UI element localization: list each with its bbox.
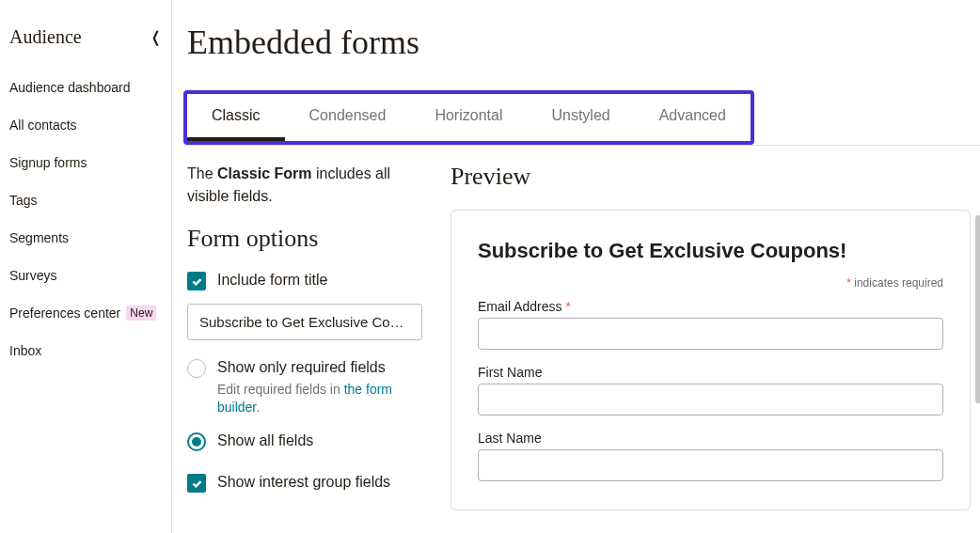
main-content: Embedded forms Classic Condensed Horizon… xyxy=(172,0,980,533)
firstname-field-label: First Name xyxy=(478,365,943,380)
sidebar-item-label: Preferences center xyxy=(9,306,120,321)
sidebar-item-label: All contacts xyxy=(9,118,77,133)
indicates-required-text: * indicates required xyxy=(478,276,943,290)
tab-unstyled[interactable]: Unstyled xyxy=(527,94,634,141)
check-icon xyxy=(191,478,203,490)
sidebar-item-tags[interactable]: Tags xyxy=(0,181,171,219)
firstname-field-input[interactable] xyxy=(478,384,943,415)
sidebar-item-dashboard[interactable]: Audience dashboard xyxy=(0,69,171,106)
sublabel-text: Edit required fields in xyxy=(217,382,344,397)
sidebar-header: Audience ❮ xyxy=(0,13,171,69)
show-required-label: Show only required fields xyxy=(217,357,422,378)
include-title-label: Include form title xyxy=(217,270,327,290)
preview-box: Subscribe to Get Exclusive Coupons! * in… xyxy=(450,210,971,510)
sidebar-item-signup-forms[interactable]: Signup forms xyxy=(0,144,171,181)
sidebar-item-label: Signup forms xyxy=(9,155,87,170)
tab-advanced[interactable]: Advanced xyxy=(635,94,751,141)
show-required-sublabel: Edit required fields in the form builder… xyxy=(217,381,422,417)
preview-scrollbar[interactable] xyxy=(975,215,980,403)
sidebar-title: Audience xyxy=(9,26,82,48)
include-title-checkbox[interactable] xyxy=(187,272,206,290)
lastname-field-input[interactable] xyxy=(478,449,943,481)
sidebar-nav: Audience dashboard All contacts Signup f… xyxy=(0,69,171,369)
check-icon xyxy=(191,275,203,288)
form-options-heading: Form options xyxy=(187,225,422,253)
description-bold: Classic Form xyxy=(217,165,311,181)
form-description: The Classic Form includes all visible fi… xyxy=(187,163,422,208)
show-all-option: Show all fields xyxy=(187,431,422,451)
show-interest-checkbox[interactable] xyxy=(187,474,206,493)
show-interest-label: Show interest group fields xyxy=(217,472,390,493)
description-text: The xyxy=(187,165,217,181)
sidebar-item-preferences[interactable]: Preferences center New xyxy=(0,294,171,332)
page-title: Embedded forms xyxy=(187,23,980,62)
tabs-highlight-box: Classic Condensed Horizontal Unstyled Ad… xyxy=(183,90,754,145)
show-required-radio[interactable] xyxy=(187,359,206,378)
tab-condensed[interactable]: Condensed xyxy=(285,94,411,141)
options-column: The Classic Form includes all visible fi… xyxy=(187,163,422,510)
field-label-text: Email Address xyxy=(478,299,561,314)
tabs-container: Classic Condensed Horizontal Unstyled Ad… xyxy=(183,90,980,146)
sidebar-item-inbox[interactable]: Inbox xyxy=(0,332,171,369)
include-title-option: Include form title xyxy=(187,270,422,290)
sidebar-item-segments[interactable]: Segments xyxy=(0,219,171,257)
lastname-field-label: Last Name xyxy=(478,431,943,446)
form-title-input[interactable] xyxy=(187,304,422,340)
show-all-radio[interactable] xyxy=(187,432,206,451)
preview-column: Preview Subscribe to Get Exclusive Coupo… xyxy=(450,163,980,510)
email-field-label: Email Address * xyxy=(478,299,943,314)
collapse-sidebar-icon[interactable]: ❮ xyxy=(151,28,160,46)
tabs: Classic Condensed Horizontal Unstyled Ad… xyxy=(187,94,751,141)
content-columns: The Classic Form includes all visible fi… xyxy=(187,163,980,510)
tab-classic[interactable]: Classic xyxy=(187,94,285,141)
show-all-label: Show all fields xyxy=(217,431,313,451)
preview-heading: Preview xyxy=(450,163,971,191)
show-interest-option: Show interest group fields xyxy=(187,472,422,493)
sidebar-item-label: Inbox xyxy=(9,343,41,358)
sidebar-item-label: Segments xyxy=(9,230,69,245)
sidebar-item-label: Tags xyxy=(9,193,38,208)
indicates-required-label: indicates required xyxy=(851,276,943,290)
sidebar-item-label: Audience dashboard xyxy=(9,80,130,95)
sidebar: Audience ❮ Audience dashboard All contac… xyxy=(0,0,172,533)
sidebar-item-label: Surveys xyxy=(9,268,57,283)
new-badge: New xyxy=(126,306,156,321)
sublabel-text: . xyxy=(256,400,260,415)
show-required-option: Show only required fields Edit required … xyxy=(187,357,422,417)
email-field-input[interactable] xyxy=(478,318,943,350)
preview-form-title: Subscribe to Get Exclusive Coupons! xyxy=(478,239,943,263)
tab-horizontal[interactable]: Horizontal xyxy=(410,94,527,141)
asterisk-icon: * xyxy=(565,299,570,314)
sidebar-item-contacts[interactable]: All contacts xyxy=(0,106,171,144)
preview-container: Subscribe to Get Exclusive Coupons! * in… xyxy=(450,210,971,510)
sidebar-item-surveys[interactable]: Surveys xyxy=(0,257,171,294)
